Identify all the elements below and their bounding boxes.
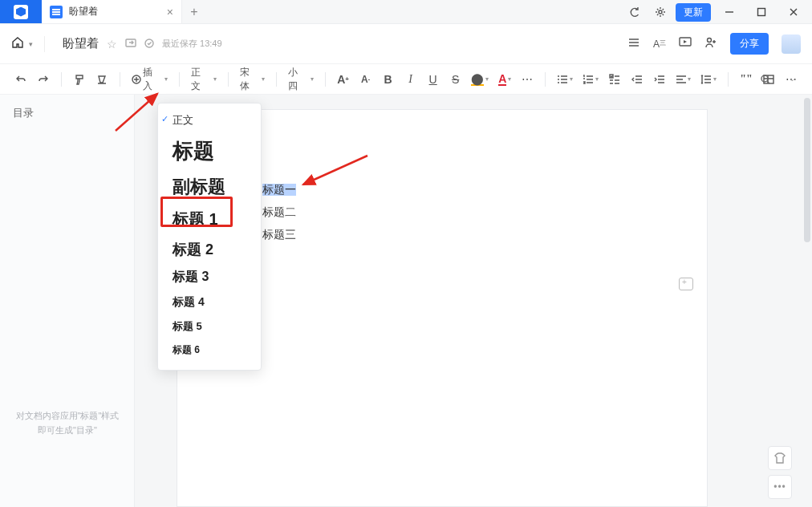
app-icon xyxy=(14,5,28,19)
italic-icon[interactable]: I xyxy=(401,69,420,90)
sidebar: 目录 xyxy=(0,95,135,507)
sidebar-title: 目录 xyxy=(13,106,121,120)
new-tab-button[interactable]: + xyxy=(182,0,206,23)
font-dropdown[interactable]: 宋体▾ xyxy=(237,69,268,90)
theme-icon[interactable] xyxy=(768,446,792,470)
tab-title: 盼望着 xyxy=(69,5,160,18)
share-button[interactable]: 分享 xyxy=(730,33,769,55)
doc-icon xyxy=(50,6,63,18)
font-decrease-icon[interactable]: A- xyxy=(356,69,376,90)
avatar[interactable] xyxy=(782,34,801,54)
style-item-title[interactable]: 标题 xyxy=(158,132,261,170)
update-button[interactable]: 更新 xyxy=(676,3,711,22)
linespacing-icon[interactable]: ▾ xyxy=(697,69,720,90)
save-status: 最近保存 13:49 xyxy=(162,38,222,50)
quote-icon[interactable]: "" xyxy=(737,69,756,90)
close-icon[interactable]: × xyxy=(167,6,173,18)
svg-point-9 xyxy=(558,82,559,83)
star-icon[interactable]: ☆ xyxy=(107,38,117,51)
add-person-icon[interactable] xyxy=(704,36,717,52)
textstyle-icon[interactable]: A三 xyxy=(653,39,666,50)
home-caret-icon[interactable]: ▾ xyxy=(29,40,33,48)
list-icon[interactable] xyxy=(627,36,640,52)
header: ▾ 盼望着 ☆ 最近保存 13:49 A三 分享 xyxy=(0,24,812,64)
sidebar-hint: 对文档内容应用"标题"样式 即可生成"目录" xyxy=(0,409,135,437)
redo-icon[interactable] xyxy=(34,69,53,90)
style-item-body[interactable]: 正文 xyxy=(158,108,261,132)
window-close-icon[interactable] xyxy=(780,0,807,24)
style-item-h6[interactable]: 标题 6 xyxy=(158,339,261,362)
folder-move-icon[interactable] xyxy=(125,37,136,51)
font-increase-icon[interactable]: A+ xyxy=(334,69,353,90)
maximize-icon[interactable] xyxy=(748,0,775,24)
style-menu: 正文 标题 副标题 标题 1 标题 2 标题 3 标题 4 标题 5 标题 6 xyxy=(157,103,262,371)
float-more-icon[interactable]: ••• xyxy=(768,475,792,499)
main: 目录 对文档内容应用"标题"样式 即可生成"目录" 极光下载站 极光下载站 极光… xyxy=(0,95,812,507)
align-icon[interactable]: ▾ xyxy=(672,69,695,90)
format-painter-icon[interactable] xyxy=(70,69,89,90)
annotation-arrow xyxy=(298,152,371,189)
doc-title: 盼望着 xyxy=(63,36,99,51)
highlight-icon[interactable]: ⬤▾ xyxy=(469,69,493,90)
document-tab[interactable]: 盼望着 × xyxy=(42,0,182,23)
outdent-icon[interactable] xyxy=(627,69,647,90)
minimize-icon[interactable] xyxy=(716,0,743,24)
toolbar-caret-icon[interactable]: ⌄ xyxy=(782,69,801,90)
strikethrough-icon[interactable]: S xyxy=(446,69,465,90)
indent-icon[interactable] xyxy=(650,69,669,90)
svg-point-0 xyxy=(659,10,662,14)
insert-dropdown[interactable]: 插入▾ xyxy=(128,69,171,90)
checklist-icon[interactable] xyxy=(605,69,624,90)
annotation-red-box xyxy=(160,197,233,227)
svg-point-3 xyxy=(145,39,153,47)
scrollbar[interactable] xyxy=(804,98,810,242)
style-item-h2[interactable]: 标题 2 xyxy=(158,235,261,264)
fontsize-dropdown[interactable]: 小四▾ xyxy=(285,69,316,90)
bullet-list-icon[interactable]: ▾ xyxy=(554,69,576,90)
svg-point-7 xyxy=(558,75,559,77)
svg-point-8 xyxy=(558,79,559,80)
style-item-h5[interactable]: 标题 5 xyxy=(158,314,261,339)
search-icon[interactable] xyxy=(756,69,775,90)
undo-icon[interactable] xyxy=(11,69,30,90)
svg-rect-1 xyxy=(758,9,765,16)
home-icon[interactable] xyxy=(11,36,24,52)
svg-point-5 xyxy=(708,38,712,42)
save-check-icon xyxy=(144,38,154,51)
style-item-h3[interactable]: 标题 3 xyxy=(158,264,261,290)
add-comment-icon[interactable] xyxy=(679,278,693,290)
number-list-icon[interactable]: ▾ xyxy=(579,69,602,90)
app-icon-strip xyxy=(0,0,42,23)
style-dropdown[interactable]: 正文▾ xyxy=(188,69,219,90)
present-icon[interactable] xyxy=(679,36,692,52)
doc-line[interactable]: 标题二 xyxy=(262,201,622,224)
svg-point-12 xyxy=(761,75,768,82)
more-text-icon[interactable]: ⋯ xyxy=(518,69,537,90)
textcolor-icon[interactable]: A▾ xyxy=(495,69,514,90)
gear-icon[interactable] xyxy=(650,2,671,22)
annotation-arrow xyxy=(112,89,164,134)
bold-icon[interactable]: B xyxy=(379,69,398,90)
sync-icon[interactable] xyxy=(624,2,645,22)
doc-line[interactable]: 标题三 xyxy=(262,224,622,246)
underline-icon[interactable]: U xyxy=(424,69,443,90)
clear-format-icon[interactable] xyxy=(92,69,112,90)
style-item-h4[interactable]: 标题 4 xyxy=(158,290,261,314)
titlebar: 盼望着 × + 更新 xyxy=(0,0,812,24)
